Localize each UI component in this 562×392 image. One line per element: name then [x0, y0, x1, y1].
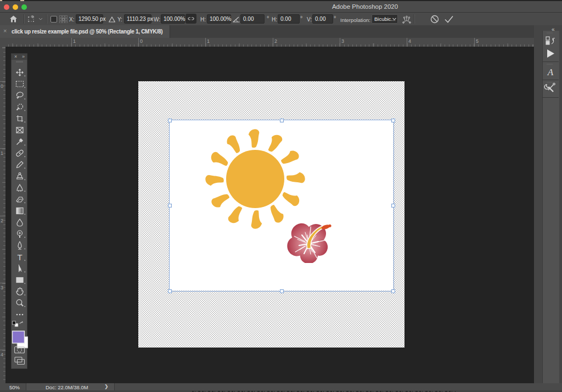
svg-text:A: A	[547, 67, 554, 77]
svg-text:T: T	[17, 253, 22, 262]
